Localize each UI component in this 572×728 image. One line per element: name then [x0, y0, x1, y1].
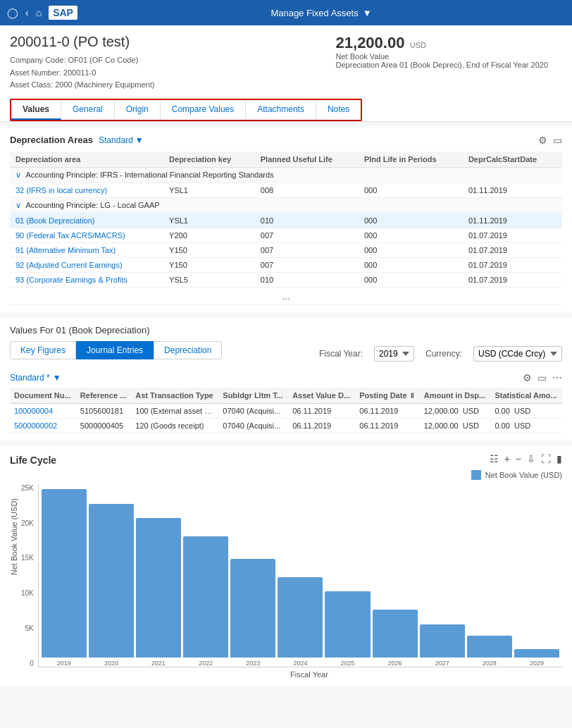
standard-view-dropdown[interactable]: Standard * ▼ [10, 373, 61, 383]
doc-num-link-2[interactable]: 5000000002 [14, 421, 57, 430]
company-code: Company Code: OF01 (OF Co Code) [10, 54, 154, 67]
chart-fullscreen-icon[interactable]: ⛶ [541, 453, 551, 464]
sub-tabs: Key Figures Journal Entries Depreciation [10, 341, 222, 359]
dep-key-90: Y200 [163, 228, 255, 242]
sub-tab-depreciation[interactable]: Depreciation [154, 341, 222, 359]
bar [420, 624, 465, 658]
standard-label-text: Standard * [10, 373, 50, 383]
col-amount: Amount in Dsp... [420, 388, 491, 404]
dep-key-92: Y150 [163, 257, 255, 272]
journal-export-icon[interactable]: ▭ [537, 372, 547, 383]
bar-col: 2026 [373, 610, 418, 667]
start-date-91: 01.07.2019 [463, 242, 562, 257]
app-title-bar: Manage Fixed Assets ▼ [271, 8, 371, 18]
bar [373, 610, 418, 658]
chart-bar-icon[interactable]: ▮ [557, 453, 562, 464]
tab-values[interactable]: Values [11, 100, 61, 120]
sap-logo: SAP [49, 6, 77, 20]
currency-select[interactable]: USD (CCde Crcy) EUR [473, 346, 562, 362]
bar-col: 2021 [136, 518, 181, 667]
dep-area-link-90[interactable]: 90 (Federal Tax ACRS/MACRS) [15, 231, 125, 240]
table-row[interactable]: 92 (Adjusted Current Earnings) Y150 007 … [10, 257, 562, 272]
useful-life-93: 010 [255, 272, 359, 287]
dep-area-link-91[interactable]: 91 (Alternative Minimum Tax) [15, 246, 116, 254]
chart-wrapper: Net Book Value (USD) 25K 20K 15K 10K 5K … [10, 484, 562, 679]
amount-1: 12,000.00 USD [420, 403, 491, 418]
start-date-90: 01.07.2019 [463, 228, 562, 242]
values-section: Values For 01 (Book Depreciation) Key Fi… [0, 318, 572, 440]
journal-settings-icon[interactable]: ⚙ [523, 372, 532, 383]
group-label-lg: ∨ Accounting Principle: LG - Local GAAP [10, 197, 562, 213]
ref-2: 5000000405 [76, 418, 131, 433]
col-useful-life: Planned Useful Life [255, 152, 359, 168]
tab-attachments[interactable]: Attachments [246, 100, 316, 120]
chart-download-icon[interactable]: ⇩ [527, 453, 535, 464]
legend-label: Net Book Value (USD) [485, 471, 562, 479]
y-label-20k: 20K [21, 519, 34, 527]
chart-table-icon[interactable]: ☷ [490, 453, 499, 464]
useful-life-91: 007 [255, 242, 359, 257]
asset-class: Asset Class: 2000 (Machinery Equipment) [10, 79, 154, 92]
dep-key-93: YSL5 [163, 272, 255, 287]
doc-num-link-1[interactable]: 100000004 [14, 407, 53, 415]
journal-row[interactable]: 100000004 5105600181 100 (External asset… [10, 403, 562, 418]
asset-number: Asset Number: 200011-0 [10, 67, 154, 80]
top-bar: ◯ ‹ ⌂ SAP Manage Fixed Assets ▼ [0, 0, 572, 25]
tab-compare-values[interactable]: Compare Values [161, 100, 247, 120]
fiscal-year-select[interactable]: 2019 2020 2018 [374, 346, 414, 362]
dep-area-link-01[interactable]: 01 (Book Depreciation) [15, 216, 95, 225]
useful-life-92: 007 [255, 257, 359, 272]
bar-col: 2025 [325, 591, 370, 667]
depreciation-areas-table: Depreciation area Depreciation key Plann… [10, 152, 562, 305]
journal-row[interactable]: 5000000002 5000000405 120 (Goods receipt… [10, 418, 562, 433]
col-dep-area: Depreciation area [10, 152, 163, 168]
bar-col: 2022 [183, 536, 228, 667]
bar [514, 649, 559, 658]
collapse-icon-ifrs[interactable]: ∨ [15, 171, 21, 179]
filter-row: Fiscal Year: 2019 2020 2018 Currency: US… [319, 346, 562, 362]
fiscal-year-label: Fiscal Year: [319, 349, 363, 359]
bar-label: 2029 [530, 660, 544, 667]
periods-90: 000 [359, 228, 463, 242]
more-rows-indicator: ... [10, 287, 562, 304]
y-label-15k: 15K [21, 554, 34, 562]
home-icon[interactable]: ⌂ [36, 7, 42, 18]
table-row[interactable]: 90 (Federal Tax ACRS/MACRS) Y200 007 000… [10, 228, 562, 242]
dep-areas-view-dropdown[interactable]: Standard ▼ [99, 135, 144, 145]
currency: USD [410, 41, 426, 49]
table-row[interactable]: 91 (Alternative Minimum Tax) Y150 007 00… [10, 242, 562, 257]
table-row[interactable]: 93 (Corporate Earnings & Profits YSL5 01… [10, 272, 562, 287]
dep-area-link-92[interactable]: 92 (Adjusted Current Earnings) [15, 261, 123, 269]
table-row[interactable]: 01 (Book Depreciation) YSL1 010 000 01.1… [10, 213, 562, 228]
start-date-93: 01.07.2019 [463, 272, 562, 287]
dep-key-32: YSL1 [163, 183, 255, 197]
chart-zoom-in-icon[interactable]: + [504, 453, 510, 464]
back-icon[interactable]: ‹ [25, 7, 29, 18]
periods-93: 000 [359, 272, 463, 287]
y-label-25k: 25K [21, 484, 34, 492]
bar-label: 2023 [246, 660, 260, 667]
person-icon[interactable]: ◯ [7, 7, 18, 18]
sub-tab-journal-entries[interactable]: Journal Entries [76, 341, 154, 359]
export-icon[interactable]: ▭ [553, 135, 562, 146]
tab-notes[interactable]: Notes [316, 100, 361, 120]
dep-key-01: YSL1 [163, 213, 255, 228]
settings-icon[interactable]: ⚙ [538, 135, 547, 146]
useful-life-32: 008 [255, 183, 359, 197]
chart-zoom-out-icon[interactable]: − [516, 453, 521, 464]
table-row[interactable]: 32 (IFRS in local currency) YSL1 008 000… [10, 183, 562, 197]
dep-area-link-93[interactable]: 93 (Corporate Earnings & Profits [15, 276, 128, 284]
dep-area-link-32[interactable]: 32 (IFRS in local currency) [15, 186, 107, 195]
bar-label: 2019 [57, 660, 71, 667]
tab-origin[interactable]: Origin [115, 100, 161, 120]
tab-general[interactable]: General [61, 100, 115, 120]
page-title: 200011-0 (PO test) [10, 34, 154, 50]
sub-tab-key-figures[interactable]: Key Figures [10, 341, 76, 359]
collapse-icon-lg[interactable]: ∨ [15, 201, 21, 209]
periods-32: 000 [359, 183, 463, 197]
net-book-value: 21,200.00 [336, 34, 405, 51]
trans-type-1: 100 (External asset acqui... [131, 403, 218, 418]
bar [42, 489, 87, 658]
col-posting-date: Posting Date ⇕ [355, 388, 419, 404]
journal-more-icon[interactable]: ⋯ [552, 372, 562, 383]
